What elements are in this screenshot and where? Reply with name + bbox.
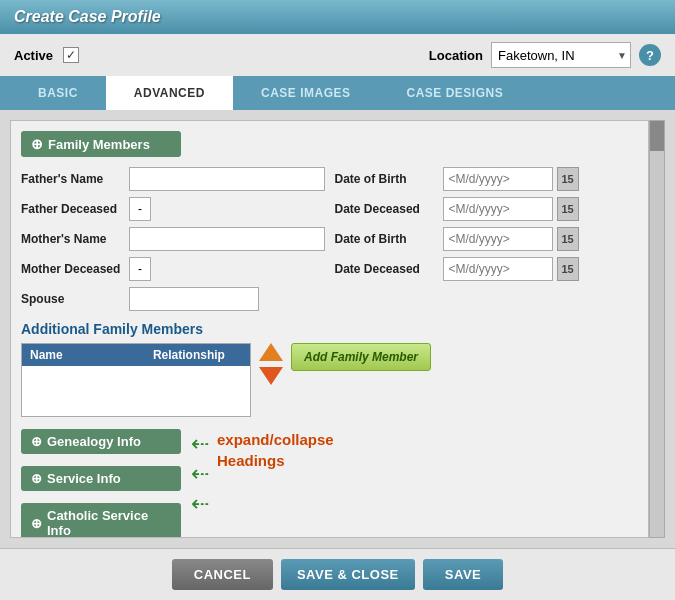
move-down-arrow[interactable] [259,367,283,385]
mother-deceased-date-row: 15 [443,257,579,281]
mother-deceased-cal-btn[interactable]: 15 [557,257,579,281]
service-section-header[interactable]: ⊕ Service Info [21,466,181,491]
active-checkbox[interactable] [63,47,79,63]
footer: CANCEL SAVE & CLOSE SAVE [0,548,675,600]
dob-input-1[interactable] [443,167,553,191]
genealogy-expand-icon: ⊕ [31,434,42,449]
top-bar: Active Location Faketown, IN ? [0,34,675,76]
arrow-catholic: ⇠ [191,493,209,515]
tab-case-images[interactable]: CASE IMAGES [233,76,379,110]
father-date-deceased-row: Date Deceased 15 [335,197,639,221]
family-table-body[interactable] [22,366,250,416]
dob-cal-btn-2[interactable]: 15 [557,227,579,251]
col-name-header: Name [22,344,145,366]
mother-date-deceased-row: Date Deceased 15 [335,257,639,281]
dob-label-1: Date of Birth [335,172,435,186]
arrow-genealogy: ⇠ [191,433,209,455]
father-deceased-cal-btn[interactable]: 15 [557,197,579,221]
father-deceased-label: Father Deceased [21,202,121,216]
active-label: Active [14,48,53,63]
table-controls [259,343,283,385]
tabs-bar: BASIC ADVANCED CASE IMAGES CASE DESIGNS [0,76,675,110]
fathers-dob-row: Date of Birth 15 [335,167,639,191]
scrollbar-thumb[interactable] [650,121,664,151]
father-deceased-checkbox[interactable]: - [129,197,151,221]
spouse-row: Spouse [21,287,325,311]
catholic-label: Catholic Service Info [47,508,171,538]
dob-date-row-2: 15 [443,227,579,251]
scrollbar-track[interactable] [649,120,665,538]
form-fields-grid: Father's Name Date of Birth 15 Father De… [21,167,638,311]
location-section: Location Faketown, IN ? [429,42,661,68]
help-button[interactable]: ? [639,44,661,66]
spouse-label: Spouse [21,292,121,306]
family-table-header: Name Relationship [22,344,250,366]
family-members-expand-icon: ⊕ [31,136,43,152]
father-deceased-date-input[interactable] [443,197,553,221]
tab-basic[interactable]: BASIC [10,76,106,110]
save-button[interactable]: SAVE [423,559,503,590]
main-window: Create Case Profile Active Location Fake… [0,0,675,600]
expandable-sections: ⊕ Genealogy Info ⊕ Service Info ⊕ Cathol… [21,429,181,538]
family-members-label: Family Members [48,137,150,152]
date-deceased-label-1: Date Deceased [335,202,435,216]
move-up-arrow[interactable] [259,343,283,361]
location-label: Location [429,48,483,63]
tab-case-designs[interactable]: CASE DESIGNS [378,76,531,110]
title-bar: Create Case Profile [0,0,675,34]
annotation-text: expand/collapseHeadings [217,429,334,471]
annotation-label-area: expand/collapseHeadings [209,429,334,471]
family-table-section: Name Relationship Add Family Member [21,343,638,417]
fathers-name-label: Father's Name [21,172,121,186]
location-select[interactable]: Faketown, IN [491,42,631,68]
form-area: ⊕ Family Members Father's Name Date of B… [10,120,649,538]
window-title: Create Case Profile [14,8,161,25]
fathers-name-row: Father's Name [21,167,325,191]
cancel-button[interactable]: CANCEL [172,559,273,590]
add-family-member-button[interactable]: Add Family Member [291,343,431,371]
family-members-table: Name Relationship [21,343,251,417]
mothers-dob-row: Date of Birth 15 [335,227,639,251]
mother-deceased-date-input[interactable] [443,257,553,281]
save-close-button[interactable]: SAVE & CLOSE [281,559,415,590]
location-select-wrapper: Faketown, IN [491,42,631,68]
father-deceased-row: Father Deceased - [21,197,325,221]
main-content: ⊕ Family Members Father's Name Date of B… [0,110,675,548]
date-deceased-label-2: Date Deceased [335,262,435,276]
spouse-input[interactable] [129,287,259,311]
mother-deceased-row: Mother Deceased - [21,257,325,281]
genealogy-label: Genealogy Info [47,434,141,449]
mother-deceased-checkbox[interactable]: - [129,257,151,281]
fathers-name-input[interactable] [129,167,325,191]
mothers-name-row: Mother's Name [21,227,325,251]
family-members-header[interactable]: ⊕ Family Members [21,131,181,157]
arrow-service: ⇠ [191,463,209,485]
sections-annotation-area: ⊕ Genealogy Info ⊕ Service Info ⊕ Cathol… [21,429,638,538]
mothers-name-label: Mother's Name [21,232,121,246]
dob-label-2: Date of Birth [335,232,435,246]
mother-deceased-label: Mother Deceased [21,262,121,276]
dob-cal-btn-1[interactable]: 15 [557,167,579,191]
dob-date-row-1: 15 [443,167,579,191]
mothers-name-input[interactable] [129,227,325,251]
service-label: Service Info [47,471,121,486]
catholic-expand-icon: ⊕ [31,516,42,531]
dob-input-2[interactable] [443,227,553,251]
additional-family-title: Additional Family Members [21,321,638,337]
tab-advanced[interactable]: ADVANCED [106,76,233,110]
father-deceased-date-row: 15 [443,197,579,221]
col-relationship-header: Relationship [145,344,250,366]
catholic-service-section-header[interactable]: ⊕ Catholic Service Info [21,503,181,538]
family-table: Name Relationship [21,343,251,417]
annotation-arrows: ⇠ ⇠ ⇠ [181,429,209,519]
service-expand-icon: ⊕ [31,471,42,486]
genealogy-section-header[interactable]: ⊕ Genealogy Info [21,429,181,454]
